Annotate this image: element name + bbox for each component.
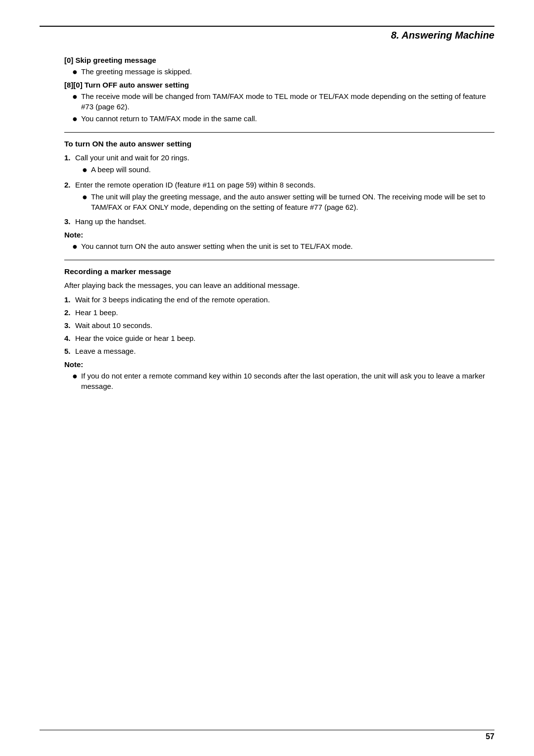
step-1-text: Call your unit and wait for 20 rings.: [75, 153, 189, 162]
recording-step-5: 5. Leave a message.: [64, 346, 494, 356]
rec-step-1-num: 1.: [64, 294, 75, 305]
recording-note-heading: Note:: [64, 360, 494, 369]
recording-step-2: 2. Hear 1 beep.: [64, 307, 494, 318]
bullet-dot-5: ●: [82, 191, 89, 203]
skip-greeting-bullet-text-1: The greeting message is skipped.: [81, 66, 192, 77]
main-content: [0] Skip greeting message ● The greeting…: [64, 56, 494, 391]
turn-off-bullet-1: ● The receive mode will be changed from …: [72, 91, 494, 112]
step-1-subbullet-1: ● A beep will sound.: [82, 164, 189, 176]
turn-off-bullet-2: ● You cannot return to TAM/FAX mode in t…: [72, 113, 494, 125]
turn-off-bullet-text-1: The receive mode will be changed from TA…: [81, 91, 494, 112]
recording-note-bullet-1: ● If you do not enter a remote command k…: [72, 371, 494, 391]
step-3-text: Hang up the handset.: [75, 216, 146, 227]
bullet-dot-2: ●: [72, 91, 79, 102]
rec-step-5-text: Leave a message.: [75, 346, 136, 356]
divider-1: [64, 132, 494, 133]
bullet-dot-3: ●: [72, 113, 79, 125]
recording-step-3: 3. Wait about 10 seconds.: [64, 320, 494, 331]
turn-on-note-bullet-1: ● You cannot turn ON the auto answer set…: [72, 241, 494, 252]
recording-intro: After playing back the messages, you can…: [64, 280, 494, 290]
rec-step-4-text: Hear the voice guide or hear 1 beep.: [75, 333, 196, 343]
turn-on-step-2: 2. Enter the remote operation ID (featur…: [64, 180, 494, 214]
turn-off-heading: [8][0] Turn OFF auto answer setting: [64, 81, 494, 89]
turn-on-step-1: 1. Call your unit and wait for 20 rings.…: [64, 152, 494, 177]
page-title: 8. Answering Machine: [391, 30, 494, 41]
bullet-dot-7: ●: [72, 371, 79, 382]
step-2-subbullet-1: ● The unit will play the greeting messag…: [82, 191, 494, 212]
rec-step-3-text: Wait about 10 seconds.: [75, 320, 152, 331]
recording-heading: Recording a marker message: [64, 267, 494, 276]
page-number: 57: [486, 732, 494, 741]
rec-step-4-num: 4.: [64, 333, 75, 343]
top-rule: [40, 26, 494, 27]
rec-step-1-text: Wait for 3 beeps indicating the end of t…: [75, 294, 270, 305]
rec-step-3-num: 3.: [64, 320, 75, 331]
divider-2: [64, 260, 494, 260]
bullet-dot-6: ●: [72, 241, 79, 252]
bottom-rule: [40, 730, 494, 731]
bullet-dot-4: ●: [82, 164, 89, 176]
recording-step-1: 1. Wait for 3 beeps indicating the end o…: [64, 294, 494, 305]
skip-greeting-heading: [0] Skip greeting message: [64, 56, 494, 64]
step-2-num: 2.: [64, 180, 75, 190]
turn-off-bullet-text-2: You cannot return to TAM/FAX mode in the…: [81, 113, 257, 124]
rec-step-5-num: 5.: [64, 346, 75, 356]
turn-on-note-heading: Note:: [64, 231, 494, 239]
page-header: 8. Answering Machine: [64, 30, 494, 41]
rec-step-2-num: 2.: [64, 307, 75, 318]
skip-greeting-bullet-1: ● The greeting message is skipped.: [72, 66, 494, 78]
skip-greeting-section: [0] Skip greeting message ● The greeting…: [64, 56, 494, 78]
turn-on-note-text-1: You cannot turn ON the auto answer setti…: [81, 241, 353, 251]
step-3-num: 3.: [64, 216, 75, 227]
recording-note-text-1: If you do not enter a remote command key…: [81, 371, 494, 391]
turn-on-heading: To turn ON the auto answer setting: [64, 140, 494, 148]
rec-step-2-text: Hear 1 beep.: [75, 307, 118, 318]
turn-on-step-3: 3. Hang up the handset.: [64, 216, 494, 227]
step-1-subbullet-text-1: A beep will sound.: [91, 164, 151, 175]
page-container: 8. Answering Machine [0] Skip greeting m…: [0, 0, 534, 756]
step-1-num: 1.: [64, 152, 75, 163]
step-2-subbullet-text-1: The unit will play the greeting message,…: [91, 191, 494, 212]
step-2-text: Enter the remote operation ID (feature #…: [75, 181, 315, 189]
bullet-dot: ●: [72, 66, 79, 78]
turn-off-section: [8][0] Turn OFF auto answer setting ● Th…: [64, 81, 494, 125]
recording-step-4: 4. Hear the voice guide or hear 1 beep.: [64, 333, 494, 343]
